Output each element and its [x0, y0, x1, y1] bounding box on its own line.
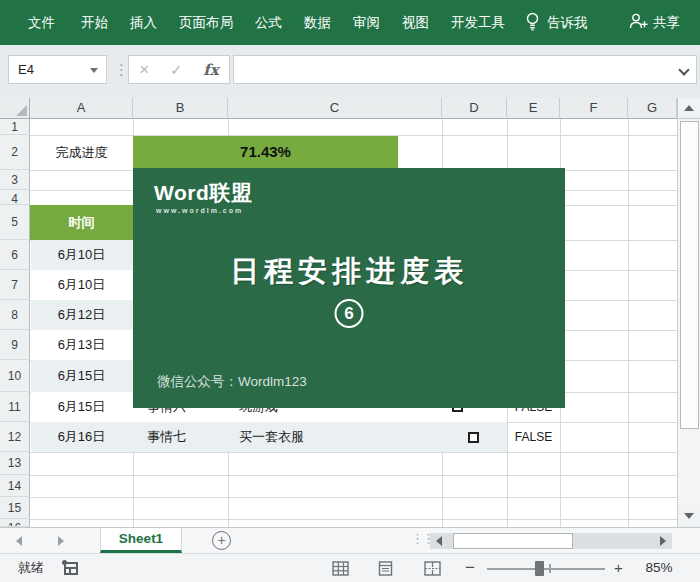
cell-a8-date[interactable]: 6月12日 — [30, 300, 133, 330]
cell-a7-date[interactable]: 6月10日 — [30, 270, 133, 300]
cancel-icon[interactable]: × — [139, 60, 149, 80]
zoom-slider-center-tick — [549, 564, 551, 573]
zoom-level-label[interactable]: 85% — [638, 554, 680, 582]
ribbon-tab-developer[interactable]: 开发工具 — [440, 0, 516, 45]
formula-bar-handle[interactable]: ⋮ — [114, 58, 129, 82]
task-checkbox-row12[interactable] — [468, 432, 479, 443]
excel-window: 文件 开始 插入 页面布局 公式 数据 审阅 视图 开发工具 告诉我 共享 E4… — [0, 0, 700, 582]
vertical-scrollbar-thumb[interactable] — [680, 121, 699, 429]
normal-view-icon[interactable] — [332, 561, 349, 576]
add-sheet-button[interactable]: + — [212, 531, 231, 550]
page-break-preview-icon[interactable] — [424, 561, 441, 576]
status-bar: 就绪 − + 85% — [0, 553, 700, 582]
share-button[interactable]: 共享 — [629, 13, 680, 32]
scroll-down-arrow-icon — [684, 513, 694, 519]
cell-b12-task-name[interactable]: 事情七 — [133, 422, 228, 452]
column-header-A[interactable]: A — [30, 98, 133, 119]
ribbon-tab-formulas[interactable]: 公式 — [244, 0, 293, 45]
scroll-right-arrow-icon[interactable] — [660, 536, 666, 546]
scroll-left-arrow-icon[interactable] — [436, 536, 442, 546]
watermark-footer: 微信公众号：Wordlm123 — [157, 373, 307, 391]
watermark-brand-logo: Word联盟 — [154, 179, 252, 207]
row-header-3[interactable]: 3 — [0, 170, 30, 190]
progress-data-bar[interactable]: 71.43% — [133, 136, 398, 168]
ribbon-tab-view[interactable]: 视图 — [391, 0, 440, 45]
name-box-dropdown-icon[interactable] — [90, 68, 98, 73]
lightbulb-icon — [525, 12, 540, 34]
formula-input[interactable] — [233, 55, 697, 84]
row-header-1[interactable]: 1 — [0, 119, 30, 135]
row-header-4[interactable]: 4 — [0, 190, 30, 205]
status-mode-label: 就绪 — [18, 554, 44, 582]
sheet-nav-right-icon[interactable] — [58, 536, 64, 546]
scroll-down-button[interactable] — [678, 505, 700, 527]
expand-formula-bar-icon[interactable] — [678, 64, 689, 75]
column-header-E[interactable]: E — [507, 98, 560, 119]
name-box[interactable]: E4 — [8, 55, 107, 84]
column-header-B[interactable]: B — [133, 98, 228, 119]
gridline-vertical — [628, 119, 629, 527]
sheet-tab-sheet1[interactable]: Sheet1 — [100, 528, 182, 553]
cell-a10-date[interactable]: 6月15日 — [30, 360, 133, 392]
zoom-slider-thumb[interactable] — [535, 561, 544, 576]
record-macro-icon-dot — [62, 560, 67, 565]
horizontal-scrollbar-thumb[interactable] — [453, 533, 573, 549]
zoom-out-button[interactable]: − — [465, 554, 475, 581]
record-macro-icon-line — [66, 567, 76, 569]
row-header-5[interactable]: 5 — [0, 205, 30, 240]
gridline-horizontal — [30, 519, 677, 520]
cell-a9-date[interactable]: 6月13日 — [30, 330, 133, 360]
watermark-brand-url: www.wordlm.com — [156, 207, 243, 214]
ribbon-tab-data[interactable]: 数据 — [293, 0, 342, 45]
ribbon-tab-review[interactable]: 审阅 — [342, 0, 391, 45]
watermark-number-badge: 6 — [335, 299, 364, 328]
vertical-scrollbar[interactable] — [677, 119, 700, 527]
watermark-title: 日程安排进度表 — [133, 252, 565, 292]
insert-function-icon[interactable]: fx — [203, 61, 218, 79]
sheet-tab-bar: Sheet1 + ⋮⋮ — [0, 527, 700, 553]
zoom-slider-track[interactable] — [487, 568, 605, 570]
ribbon-tab-insert[interactable]: 插入 — [119, 0, 168, 45]
sheet-nav-left-icon[interactable] — [16, 536, 22, 546]
row-header-11[interactable]: 11 — [0, 392, 30, 422]
cell-c12-task-activity[interactable]: 买一套衣服 — [228, 422, 442, 452]
column-header-D[interactable]: D — [442, 98, 507, 119]
ribbon-tab-file[interactable]: 文件 — [17, 0, 66, 45]
gridline-horizontal — [30, 452, 677, 453]
horizontal-scrollbar[interactable] — [430, 533, 672, 549]
row-header-6[interactable]: 6 — [0, 240, 30, 270]
row-header-10[interactable]: 10 — [0, 360, 30, 392]
cell-a11-date[interactable]: 6月15日 — [30, 392, 133, 422]
row-header-8[interactable]: 8 — [0, 300, 30, 330]
page-layout-view-icon[interactable] — [377, 561, 394, 576]
scroll-up-button[interactable] — [677, 98, 700, 119]
row-header-13[interactable]: 13 — [0, 452, 30, 475]
cell-a12-date[interactable]: 6月16日 — [30, 422, 133, 452]
row-header-16[interactable]: 16 — [0, 519, 30, 527]
row-header-12[interactable]: 12 — [0, 422, 30, 452]
tell-me-box[interactable]: 告诉我 — [516, 12, 597, 34]
cell-a2-progress-label[interactable]: 完成进度 — [30, 135, 133, 170]
column-header-G[interactable]: G — [628, 98, 677, 119]
ribbon-tab-page-layout[interactable]: 页面布局 — [168, 0, 244, 45]
column-header-C[interactable]: C — [228, 98, 442, 119]
select-all-triangle-icon — [16, 105, 27, 116]
cell-e12-false-value[interactable]: FALSE — [507, 422, 560, 452]
gridline-horizontal — [30, 497, 677, 498]
gridline-horizontal — [30, 475, 677, 476]
row-header-15[interactable]: 15 — [0, 497, 30, 519]
enter-icon[interactable]: ✓ — [170, 61, 183, 79]
ribbon-tab-home[interactable]: 开始 — [70, 0, 119, 45]
zoom-in-button[interactable]: + — [614, 554, 623, 582]
cell-a6-date[interactable]: 6月10日 — [30, 240, 133, 270]
cell-a5-time-header[interactable]: 时间 — [30, 205, 133, 240]
row-header-9[interactable]: 9 — [0, 330, 30, 360]
record-macro-icon[interactable] — [64, 562, 78, 575]
name-box-value: E4 — [18, 62, 34, 77]
row-header-14[interactable]: 14 — [0, 475, 30, 497]
share-label: 共享 — [653, 14, 680, 32]
row-header-7[interactable]: 7 — [0, 270, 30, 300]
select-all-button[interactable] — [0, 98, 30, 119]
column-header-F[interactable]: F — [560, 98, 628, 119]
row-header-2[interactable]: 2 — [0, 135, 30, 170]
